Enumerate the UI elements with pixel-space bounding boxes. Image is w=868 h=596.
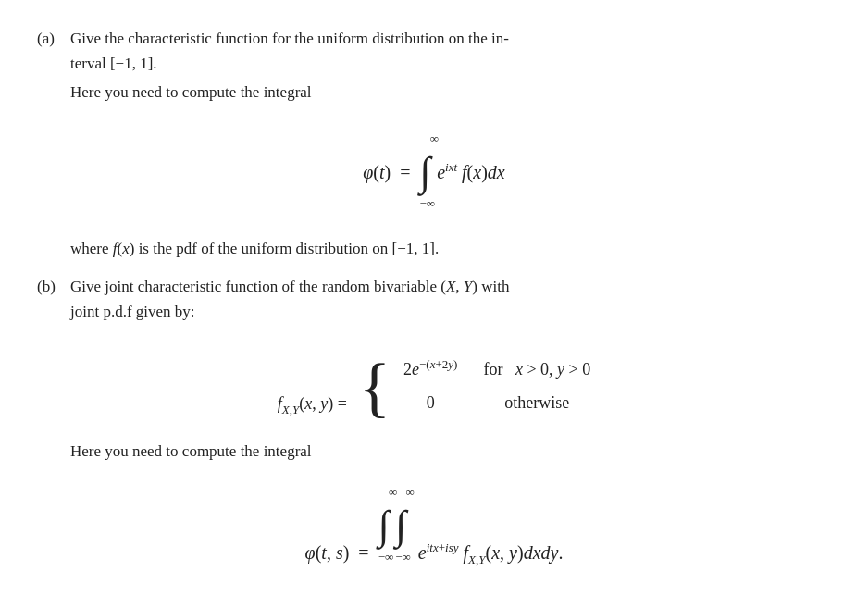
part-a: (a) Give the characteristic function for…	[37, 26, 831, 261]
case1-formula: 2e−(x+2y)	[403, 357, 457, 383]
part-b-header: (b) Give joint characteristic function o…	[37, 274, 831, 328]
left-brace: {	[358, 354, 391, 420]
double-integral-expr: φ(t, s) = ∞ ∫ −∞ ∞ ∫ −∞ eitx+isy fX,Y(x,…	[305, 479, 564, 573]
int2-b: ∞ ∫ −∞	[395, 479, 411, 573]
part-a-text3: where f(x) is the pdf of the uniform dis…	[70, 236, 831, 261]
int2-sign: ∫	[395, 505, 406, 546]
int-sign-a: ∫	[420, 152, 431, 192]
formula-phi-ts: φ(t, s) = ∞ ∫ −∞ ∞ ∫ −∞ eitx+isy fX,Y(x,…	[37, 479, 831, 573]
int2-upper: ∞	[406, 479, 415, 506]
piecewise-container: { 2e−(x+2y) for x > 0, y > 0 0 otherwise	[358, 354, 590, 420]
phi-t-lhs: φ(t)	[363, 152, 391, 192]
part-a-content: Give the characteristic function for the…	[70, 26, 831, 109]
fxy-lhs: fX,Y(x, y) =	[278, 394, 352, 413]
int1-lower: −∞	[378, 544, 394, 571]
equals-a: =	[400, 152, 410, 192]
int1-sign: ∫	[378, 505, 390, 546]
integrand-a: eixt f(x)dx	[437, 152, 505, 192]
case1-condition: for x > 0, y > 0	[483, 357, 590, 383]
upper-bound-a: ∞	[430, 126, 439, 153]
part-b: (b) Give joint characteristic function o…	[37, 274, 831, 573]
piecewise-cases: 2e−(x+2y) for x > 0, y > 0 0 otherwise	[403, 357, 590, 416]
bounds-a: ∞ ∫ −∞	[420, 126, 436, 219]
part-a-header: (a) Give the characteristic function for…	[37, 26, 831, 109]
part-b-text1: Give joint characteristic function of th…	[70, 274, 831, 324]
integral-expr-a: φ(t) = ∞ ∫ −∞ eixt f(x)dx	[363, 126, 504, 219]
problem-block: (a) Give the characteristic function for…	[37, 26, 831, 573]
case2-formula: 0	[403, 391, 457, 416]
part-a-footer: where f(x) is the pdf of the uniform dis…	[37, 236, 831, 261]
part-b-content: Give joint characteristic function of th…	[70, 274, 831, 328]
int1-b: ∞ ∫ −∞	[378, 479, 394, 573]
case2-condition: otherwise	[483, 391, 590, 416]
double-integrand: eitx+isy fX,Y(x, y)dxdy.	[418, 532, 564, 573]
formula-phi-t: φ(t) = ∞ ∫ −∞ eixt f(x)dx	[37, 126, 831, 219]
part-b-text2: Here you need to compute the integral	[70, 439, 831, 464]
part-a-text1: Give the characteristic function for the…	[70, 26, 831, 76]
part-a-label: (a)	[37, 26, 70, 51]
int1-upper: ∞	[389, 479, 397, 506]
equals-b: =	[358, 532, 368, 573]
part-b-label: (b)	[37, 274, 70, 299]
integral-a: ∞ ∫ −∞	[420, 126, 432, 219]
int2-lower: −∞	[395, 544, 411, 571]
part-a-text2: Here you need to compute the integral	[70, 80, 831, 105]
lower-bound-a: −∞	[420, 191, 436, 217]
piecewise-formula: fX,Y(x, y) = { 2e−(x+2y) for x > 0, y > …	[37, 354, 831, 420]
part-b-after-piecewise: Here you need to compute the integral	[37, 439, 831, 464]
phi-ts-lhs: φ(t, s)	[305, 532, 350, 573]
